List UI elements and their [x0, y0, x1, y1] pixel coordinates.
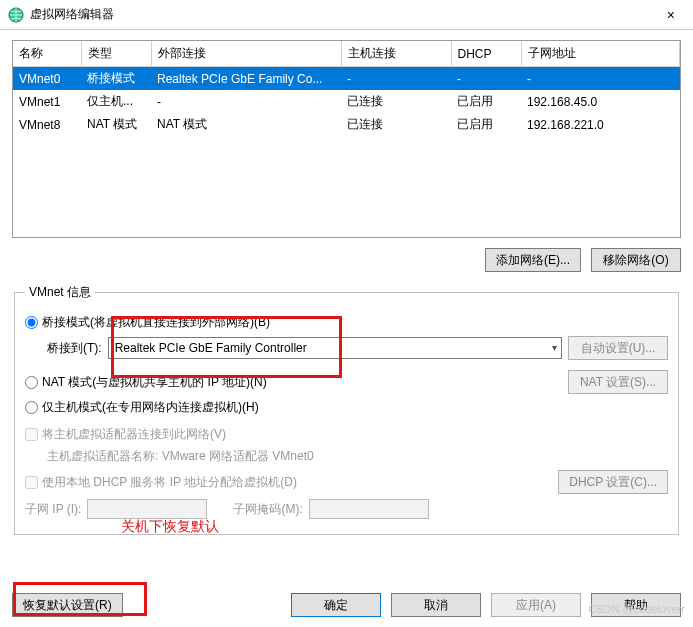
table-row[interactable]: VMnet0 桥接模式 Realtek PCIe GbE Family Co..… [13, 67, 680, 91]
col-dhcp[interactable]: DHCP [451, 41, 521, 67]
remove-network-button[interactable]: 移除网络(O) [591, 248, 681, 272]
cancel-button[interactable]: 取消 [391, 593, 481, 617]
subnet-mask-label: 子网掩码(M): [233, 501, 302, 518]
subnet-ip-field [87, 499, 207, 519]
apply-button[interactable]: 应用(A) [491, 593, 581, 617]
table-row[interactable]: VMnet8 NAT 模式 NAT 模式 已连接 已启用 192.168.221… [13, 113, 680, 136]
checkbox-dhcp[interactable]: 使用本地 DHCP 服务将 IP 地址分配给虚拟机(D) [25, 474, 297, 491]
network-list[interactable]: 名称 类型 外部连接 主机连接 DHCP 子网地址 VMnet0 桥接模式 Re… [12, 40, 681, 238]
col-external[interactable]: 外部连接 [151, 41, 341, 67]
window-title: 虚拟网络编辑器 [30, 6, 657, 23]
radio-bridge[interactable]: 桥接模式(将虚拟机直接连接到外部网络)(B) [25, 314, 270, 331]
help-button[interactable]: 帮助 [591, 593, 681, 617]
radio-nat[interactable]: NAT 模式(与虚拟机共享主机的 IP 地址)(N) [25, 374, 267, 391]
subnet-ip-label: 子网 IP (I): [25, 501, 81, 518]
group-title: VMnet 信息 [25, 284, 95, 301]
close-icon[interactable]: × [657, 1, 685, 29]
checkbox-host-adapter[interactable]: 将主机虚拟适配器连接到此网络(V) [25, 426, 226, 443]
auto-setting-button[interactable]: 自动设置(U)... [568, 336, 668, 360]
chevron-down-icon: ▾ [552, 342, 557, 353]
checkbox-host-adapter-input [25, 428, 38, 441]
app-icon [8, 7, 24, 23]
nat-setting-button[interactable]: NAT 设置(S)... [568, 370, 668, 394]
col-type[interactable]: 类型 [81, 41, 151, 67]
restore-defaults-button[interactable]: 恢复默认设置(R) [12, 593, 123, 617]
vmnet-info-group: VMnet 信息 桥接模式(将虚拟机直接连接到外部网络)(B) 桥接到(T): … [14, 284, 679, 535]
bridge-to-select[interactable]: Realtek PCIe GbE Family Controller ▾ [108, 337, 562, 359]
col-subnet[interactable]: 子网地址 [521, 41, 680, 67]
host-adapter-name: 主机虚拟适配器名称: VMware 网络适配器 VMnet0 [47, 448, 314, 465]
radio-nat-input[interactable] [25, 376, 38, 389]
checkbox-dhcp-input [25, 476, 38, 489]
col-host[interactable]: 主机连接 [341, 41, 451, 67]
table-row[interactable]: VMnet1 仅主机... - 已连接 已启用 192.168.45.0 [13, 90, 680, 113]
ok-button[interactable]: 确定 [291, 593, 381, 617]
dhcp-setting-button[interactable]: DHCP 设置(C)... [558, 470, 668, 494]
bridge-to-label: 桥接到(T): [47, 340, 102, 357]
col-name[interactable]: 名称 [13, 41, 81, 67]
radio-hostonly-input[interactable] [25, 401, 38, 414]
add-network-button[interactable]: 添加网络(E)... [485, 248, 581, 272]
radio-bridge-input[interactable] [25, 316, 38, 329]
radio-hostonly[interactable]: 仅主机模式(在专用网络内连接虚拟机)(H) [25, 399, 259, 416]
subnet-mask-field [309, 499, 429, 519]
